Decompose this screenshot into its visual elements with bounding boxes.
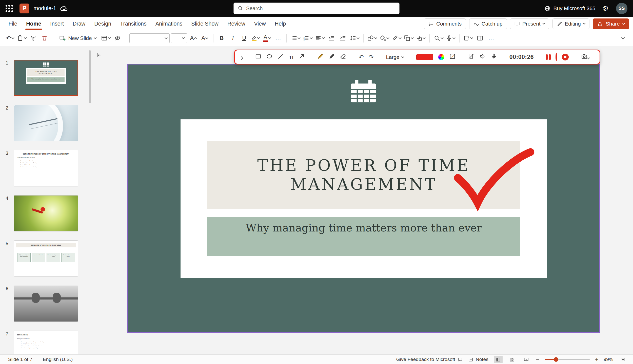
chevron-down-icon[interactable]: [453, 36, 456, 39]
tab-view[interactable]: View: [250, 17, 270, 31]
fit-view-button[interactable]: [619, 356, 627, 363]
outdent-button[interactable]: [326, 33, 337, 44]
slide-subtitle[interactable]: Why managing time matters more than ever: [207, 217, 520, 256]
arrange-button[interactable]: [403, 33, 414, 44]
slide-indicator[interactable]: Slide 1 of 7: [8, 357, 32, 362]
marker-tool-button[interactable]: [329, 53, 335, 61]
search-box[interactable]: [233, 3, 400, 14]
text-tool-button[interactable]: TI: [289, 53, 294, 61]
tab-transitions[interactable]: Transitions: [116, 17, 151, 31]
rectangle-tool-button[interactable]: [255, 53, 262, 61]
chevron-down-icon[interactable]: [322, 36, 325, 39]
grow-font-button[interactable]: A: [188, 33, 199, 44]
font-name-combo[interactable]: [129, 33, 170, 43]
buy-microsoft-365-link[interactable]: Buy Microsoft 365: [545, 5, 596, 11]
tab-design[interactable]: Design: [90, 17, 116, 31]
color-wheel-icon[interactable]: [438, 54, 445, 60]
ink-redo-button[interactable]: ↷: [369, 53, 374, 61]
ellipse-tool-button[interactable]: [266, 53, 273, 61]
ink-undo-button[interactable]: ↶: [359, 53, 364, 61]
line-spacing-button[interactable]: [349, 33, 360, 44]
chevron-down-icon[interactable]: [257, 36, 260, 39]
ink-color-swatch[interactable]: [416, 54, 433, 60]
slide-thumbnail-4[interactable]: [14, 195, 78, 231]
more-commands-button[interactable]: …: [486, 33, 496, 44]
slide-sorter-button[interactable]: [508, 356, 517, 363]
ink-size-dropdown[interactable]: Large: [386, 54, 404, 60]
search-input[interactable]: [246, 5, 395, 11]
phone-off-button[interactable]: [468, 53, 474, 61]
chevron-down-icon[interactable]: [310, 36, 312, 39]
slide-thumbnail-6[interactable]: [14, 286, 78, 322]
checkmark-ink[interactable]: [453, 147, 536, 210]
chevron-down-icon[interactable]: [357, 36, 359, 39]
chevron-down-icon[interactable]: [298, 36, 301, 39]
chevron-down-icon[interactable]: [386, 36, 389, 39]
slide-thumbnail-2[interactable]: [14, 105, 78, 141]
powerpoint-logo[interactable]: P: [19, 4, 30, 14]
editing-button[interactable]: Editing: [552, 18, 590, 29]
highlight-button[interactable]: [250, 33, 261, 44]
notes-toggle[interactable]: Notes: [468, 357, 488, 362]
chevron-down-icon[interactable]: [94, 36, 97, 39]
tab-draw[interactable]: Draw: [68, 17, 90, 31]
format-painter-button[interactable]: [28, 33, 38, 44]
comments-button[interactable]: Comments: [424, 18, 466, 29]
stop-button[interactable]: [562, 54, 569, 60]
chevron-down-icon[interactable]: [542, 22, 545, 25]
collapse-recording-toolbar-button[interactable]: [240, 53, 243, 61]
chevron-down-icon[interactable]: [11, 36, 14, 39]
delete-button[interactable]: [39, 33, 50, 44]
slide-canvas[interactable]: THE POWER OF TIME MANAGEMENT Why managin…: [128, 65, 599, 332]
chevron-down-icon[interactable]: [399, 36, 401, 39]
zoom-percent[interactable]: 99%: [604, 357, 613, 362]
share-button[interactable]: Share: [593, 18, 629, 29]
chevron-down-icon[interactable]: [423, 36, 426, 39]
chevron-down-icon[interactable]: [622, 22, 625, 25]
designer-button[interactable]: [463, 33, 474, 44]
app-launcher-icon[interactable]: [6, 5, 13, 12]
zoom-in-button[interactable]: +: [595, 357, 598, 362]
slide-thumbnail-1[interactable]: The Power of Time Management Why managin…: [14, 60, 78, 96]
collapse-pane-button[interactable]: [94, 52, 103, 59]
slide-thumbnail-5[interactable]: BENEFITS OF MANAGING TIME WELL Higher pr…: [14, 240, 78, 276]
shape-outline-button[interactable]: [391, 33, 402, 44]
bullets-button[interactable]: [290, 33, 301, 44]
arrow-tool-button[interactable]: [299, 53, 305, 61]
pen-tool-button[interactable]: [317, 53, 324, 61]
chevron-down-icon[interactable]: [441, 36, 443, 39]
settings-gear-icon[interactable]: ⚙: [603, 5, 609, 12]
present-button[interactable]: Present: [510, 18, 549, 29]
camera-export-button[interactable]: [581, 53, 589, 61]
find-button[interactable]: [433, 33, 444, 44]
font-color-button[interactable]: A: [262, 33, 272, 44]
undo-button[interactable]: ↶: [5, 33, 15, 44]
zoom-slider[interactable]: [545, 359, 590, 360]
slide-thumbnail-7[interactable]: CONCLUSION Making time work for you: Tim…: [14, 331, 78, 354]
font-size-combo[interactable]: [171, 33, 187, 43]
chevron-down-icon[interactable]: [165, 36, 167, 39]
chevron-down-icon[interactable]: [411, 36, 413, 39]
tab-home[interactable]: Home: [22, 17, 46, 31]
chevron-down-icon[interactable]: [182, 36, 185, 39]
pause-button[interactable]: [546, 54, 551, 60]
eraser-tool-button[interactable]: [340, 53, 346, 61]
document-title[interactable]: module-1: [33, 5, 56, 12]
group-button[interactable]: [415, 33, 426, 44]
line-tool-button[interactable]: [278, 53, 284, 61]
thumbnail-scrollbar[interactable]: [89, 50, 91, 103]
zoom-out-button[interactable]: −: [536, 357, 539, 362]
align-button[interactable]: [314, 33, 325, 44]
annotation-notes-button[interactable]: [449, 53, 456, 61]
account-avatar[interactable]: SS: [616, 3, 627, 14]
paste-button[interactable]: [16, 33, 27, 44]
layout-button[interactable]: [100, 33, 111, 44]
panes-button[interactable]: [475, 33, 485, 44]
indent-button[interactable]: [338, 33, 348, 44]
speaker-button[interactable]: [479, 53, 486, 61]
tab-review[interactable]: Review: [223, 17, 250, 31]
normal-view-button[interactable]: [494, 356, 503, 363]
new-slide-button[interactable]: New Slide: [56, 33, 99, 44]
collapse-ribbon-button[interactable]: [618, 33, 628, 44]
more-formatting-button[interactable]: …: [273, 33, 283, 44]
